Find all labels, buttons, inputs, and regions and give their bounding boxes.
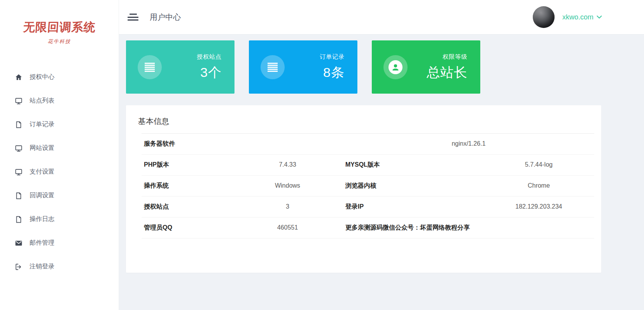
sidebar-item-2[interactable]: 订单记录 [0, 113, 119, 136]
home-icon [14, 73, 23, 82]
info-label: 操作系统 [142, 180, 232, 192]
file-icon [14, 120, 23, 129]
stat-card-value: 8条 [320, 64, 345, 82]
logo-subtitle: 花牛科技 [48, 38, 71, 45]
info-row-1: PHP版本7.4.33MYSQL版本5.7.44-log [142, 155, 594, 176]
sidebar-item-label: 站点列表 [30, 97, 54, 105]
info-value: 7.4.33 [232, 159, 343, 171]
info-label: 授权站点 [142, 201, 232, 212]
page-title: 用户中心 [150, 12, 181, 23]
username-label: xkwo.com [562, 13, 593, 21]
info-label: 服务器软件 [142, 138, 343, 150]
sidebar-item-0[interactable]: 授权中心 [0, 65, 119, 89]
monitor-icon [14, 97, 23, 105]
info-value: Chrome [483, 180, 594, 192]
stat-cards: 授权站点3个订单记录8条权限等级总站长 [126, 40, 601, 94]
info-value: 5.7.44-log [483, 159, 594, 171]
sidebar-item-label: 邮件管理 [30, 239, 54, 247]
stat-card-1: 订单记录8条 [249, 40, 357, 94]
info-label: 更多亲测源码微信公众号：坏蛋网络教程分享 [343, 222, 594, 233]
stat-card-label: 权限等级 [427, 53, 467, 61]
info-label: 管理员QQ [142, 222, 232, 233]
sidebar-item-label: 网站设置 [30, 144, 54, 152]
stat-card-text: 权限等级总站长 [427, 53, 467, 82]
sidebar-item-7[interactable]: 邮件管理 [0, 231, 119, 255]
sidebar-item-4[interactable]: 支付设置 [0, 160, 119, 184]
info-label: 浏览器内核 [343, 180, 483, 192]
sidebar-item-label: 支付设置 [30, 168, 54, 176]
main-column: 用户中心 xkwo.com 授权站点3个订单记录8条权限等级总站长 基本信息 服… [119, 0, 644, 310]
sidebar-item-label: 订单记录 [30, 120, 54, 129]
sidebar-item-label: 操作日志 [30, 215, 54, 223]
file-icon [14, 215, 23, 224]
chevron-down-icon [597, 15, 602, 19]
sidebar: 无限回调系统 花牛科技 授权中心站点列表订单记录网站设置支付设置回调设置操作日志… [0, 0, 119, 310]
avatar[interactable] [533, 6, 555, 28]
sidebar-item-3[interactable]: 网站设置 [0, 136, 119, 160]
stat-card-2: 权限等级总站长 [372, 40, 480, 94]
info-label: PHP版本 [142, 159, 232, 171]
panel-title: 基本信息 [126, 105, 601, 133]
sidebar-item-1[interactable]: 站点列表 [0, 89, 119, 113]
mail-icon [14, 239, 23, 247]
monitor-icon [14, 168, 23, 176]
list-icon [261, 55, 285, 79]
info-value: 460551 [232, 222, 343, 233]
info-row-4: 管理员QQ460551更多亲测源码微信公众号：坏蛋网络教程分享 [142, 218, 594, 239]
logout-icon [14, 263, 23, 271]
user-block: xkwo.com [533, 6, 602, 28]
info-table: 服务器软件nginx/1.26.1PHP版本7.4.33MYSQL版本5.7.4… [142, 133, 594, 239]
sidebar-item-label: 授权中心 [30, 73, 54, 81]
stat-card-text: 授权站点3个 [197, 53, 222, 82]
user-icon [383, 55, 408, 79]
sidebar-item-label: 注销登录 [30, 263, 54, 271]
stat-card-text: 订单记录8条 [320, 53, 345, 82]
stat-card-value: 总站长 [427, 64, 467, 82]
info-label: 登录IP [343, 201, 483, 212]
stat-card-0: 授权站点3个 [126, 40, 234, 94]
basic-info-panel: 基本信息 服务器软件nginx/1.26.1PHP版本7.4.33MYSQL版本… [126, 105, 601, 273]
info-value: nginx/1.26.1 [343, 138, 594, 150]
logo: 无限回调系统 花牛科技 [0, 0, 119, 60]
info-label: MYSQL版本 [343, 159, 483, 171]
app-window: 无限回调系统 花牛科技 授权中心站点列表订单记录网站设置支付设置回调设置操作日志… [0, 0, 644, 310]
info-value: 3 [232, 201, 343, 212]
sidebar-item-8[interactable]: 注销登录 [0, 255, 119, 279]
stat-card-value: 3个 [197, 64, 222, 82]
sidebar-menu: 授权中心站点列表订单记录网站设置支付设置回调设置操作日志邮件管理注销登录 [0, 60, 119, 279]
sidebar-item-5[interactable]: 回调设置 [0, 184, 119, 207]
info-row-2: 操作系统Windows浏览器内核Chrome [142, 176, 594, 197]
user-dropdown[interactable]: xkwo.com [562, 13, 602, 21]
hamburger-menu-icon[interactable] [128, 13, 138, 21]
logo-title: 无限回调系统 [23, 19, 96, 35]
info-row-0: 服务器软件nginx/1.26.1 [142, 134, 594, 155]
info-value: Windows [232, 180, 343, 192]
info-value: 182.129.203.234 [483, 201, 594, 212]
list-icon [138, 55, 162, 79]
sidebar-item-label: 回调设置 [30, 192, 54, 200]
stat-card-label: 授权站点 [197, 53, 222, 61]
top-header: 用户中心 xkwo.com [119, 0, 644, 34]
monitor-icon [14, 144, 23, 153]
content-area: 授权站点3个订单记录8条权限等级总站长 基本信息 服务器软件nginx/1.26… [119, 34, 644, 273]
sidebar-item-6[interactable]: 操作日志 [0, 207, 119, 231]
stat-card-label: 订单记录 [320, 53, 345, 61]
info-row-3: 授权站点3登录IP182.129.203.234 [142, 197, 594, 218]
file-icon [14, 192, 23, 200]
